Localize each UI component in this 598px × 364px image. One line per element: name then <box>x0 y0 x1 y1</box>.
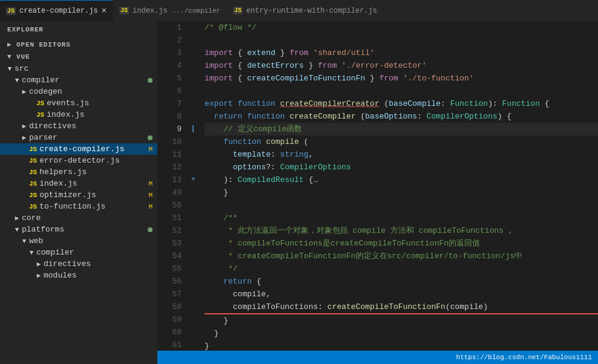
line-num: 7 <box>160 97 182 110</box>
tab-label: entry-runtime-with-compiler.js <box>246 7 377 15</box>
line-num: 2 <box>160 34 182 47</box>
code-line-58: compileToFunctions: createCompileToFunct… <box>205 301 598 314</box>
item-label: index.js <box>37 179 148 188</box>
editor-area: 1 2 3 4 5 6 7 8 9 10 11 12 13 49 50 51 5 <box>157 21 598 364</box>
explorer-header: EXPLORER <box>0 21 157 36</box>
line-num: 49 <box>160 186 182 199</box>
modified-badge: M <box>148 146 153 153</box>
gutter-line <box>188 199 199 212</box>
line-num: 57 <box>160 288 182 301</box>
expand-arrow: ▶ <box>34 260 44 268</box>
sidebar-item-to-function[interactable]: JS to-function.js M <box>0 201 157 212</box>
line-num: 3 <box>160 47 182 59</box>
gutter-line: | <box>188 123 199 135</box>
gutter-line <box>188 262 199 275</box>
sidebar-item-compiler-web[interactable]: ▼ compiler <box>0 247 157 258</box>
gutter-line <box>188 275 199 288</box>
js-icon: JS <box>29 203 37 210</box>
sidebar-item-directives[interactable]: ▶ directives <box>0 120 157 132</box>
open-editors-label: ▶ OPEN EDITORS <box>0 36 157 51</box>
sidebar-item-index-codegen[interactable]: JS index.js <box>0 109 157 120</box>
line-numbers-gutter: 1 2 3 4 5 6 7 8 9 10 11 12 13 49 50 51 5 <box>157 21 199 351</box>
js-icon: JS <box>29 169 37 176</box>
sidebar-item-web[interactable]: ▼ web <box>0 235 157 247</box>
sidebar-item-error-detector[interactable]: JS error-detector.js <box>0 155 157 166</box>
code-line-9: // 定义compile函数 <box>205 123 598 135</box>
code-line-59: } <box>205 314 598 327</box>
sidebar-item-codegen[interactable]: ▶ codegen <box>0 86 157 97</box>
line-num: 9 <box>160 123 182 135</box>
line-numbers: 1 2 3 4 5 6 7 8 9 10 11 12 13 49 50 51 5 <box>157 21 188 351</box>
item-label: directives <box>29 122 157 131</box>
sidebar-item-directives-web[interactable]: ▶ directives <box>0 258 157 270</box>
line-num: 59 <box>160 313 182 326</box>
item-label: compiler <box>22 76 148 85</box>
code-line-57: compile, <box>205 288 598 301</box>
item-label: error-detector.js <box>37 156 157 165</box>
sidebar-item-events[interactable]: JS events.js <box>0 97 157 109</box>
code-line-1: /* @flow */ <box>205 21 598 34</box>
sidebar-item-modules-web[interactable]: ▶ modules <box>0 270 157 281</box>
item-label: events.js <box>44 99 157 108</box>
js-file-icon: JS <box>119 7 129 15</box>
code-line-4: import { detectErrors } from './error-de… <box>205 59 598 72</box>
tab-create-compiler[interactable]: JS create-compiler.js × <box>0 0 113 21</box>
tab-index[interactable]: JS index.js .../compiler <box>113 0 227 21</box>
sidebar-item-src[interactable]: ▼ src <box>0 63 157 74</box>
code-line-11: template: string, <box>205 148 598 161</box>
line-num: 5 <box>160 72 182 85</box>
gutter-line <box>188 313 199 326</box>
expand-arrow: ▼ <box>12 77 22 84</box>
js-icon: JS <box>29 180 37 187</box>
sidebar-item-create-compiler[interactable]: JS create-compiler.js M <box>0 143 157 155</box>
expand-arrow: ▶ <box>19 134 29 141</box>
item-label: directives <box>44 259 157 268</box>
sidebar-item-core[interactable]: ▶ core <box>0 212 157 224</box>
modified-dot <box>148 135 153 140</box>
gutter-line <box>188 72 199 85</box>
item-label: helpers.js <box>37 167 157 177</box>
sidebar-item-parser[interactable]: ▶ parser <box>0 132 157 143</box>
close-icon[interactable]: × <box>102 6 107 16</box>
expand-arrow: ▼ <box>19 238 29 245</box>
code-line-50 <box>205 199 598 212</box>
sidebar-item-platforms[interactable]: ▼ platforms <box>0 224 157 235</box>
line-num: 8 <box>160 110 182 123</box>
modified-dot <box>148 227 153 232</box>
code-line-3: import { extend } from 'shared/util' <box>205 47 598 59</box>
item-label: index.js <box>44 110 157 119</box>
item-label: compiler <box>36 248 157 257</box>
line-num: 51 <box>160 212 182 224</box>
tab-bar: JS create-compiler.js × JS index.js .../… <box>0 0 598 21</box>
gutter-line <box>188 135 199 148</box>
line-num: 54 <box>160 250 182 262</box>
tab-subtitle: .../compiler <box>172 7 220 15</box>
sidebar-item-index[interactable]: JS index.js M <box>0 178 157 189</box>
sidebar-item-helpers[interactable]: JS helpers.js <box>0 166 157 178</box>
code-content[interactable]: /* @flow */ import { extend } from 'shar… <box>199 21 598 351</box>
sidebar-item-compiler[interactable]: ▼ compiler <box>0 74 157 86</box>
item-label: src <box>15 64 157 73</box>
gutter-line <box>188 97 199 110</box>
code-line-60: } <box>205 327 598 340</box>
js-icon: JS <box>29 192 37 199</box>
code-line-2 <box>205 34 598 47</box>
line-num: 55 <box>160 262 182 275</box>
gutter-line <box>188 161 199 174</box>
code-line-56: return { <box>205 275 598 288</box>
item-label: modules <box>44 271 157 280</box>
gutter-line <box>188 110 199 123</box>
js-file-icon: JS <box>6 7 16 15</box>
line-num: 60 <box>160 326 182 339</box>
expand-arrow: ▶ <box>34 271 44 279</box>
code-line-53: * compileToFunctions是createCompileToFunc… <box>205 237 598 250</box>
sidebar-item-optimizer[interactable]: JS optimizer.js M <box>0 189 157 201</box>
line-num: 58 <box>160 301 182 313</box>
item-label: codegen <box>29 87 157 96</box>
gutter-btn[interactable]: + <box>188 174 199 186</box>
gutter-line <box>188 34 199 47</box>
gutter-line <box>188 339 199 351</box>
code-editor[interactable]: 1 2 3 4 5 6 7 8 9 10 11 12 13 49 50 51 5 <box>157 21 598 351</box>
code-line-49: } <box>205 186 598 199</box>
tab-entry-runtime[interactable]: JS entry-runtime-with-compiler.js <box>227 0 384 21</box>
